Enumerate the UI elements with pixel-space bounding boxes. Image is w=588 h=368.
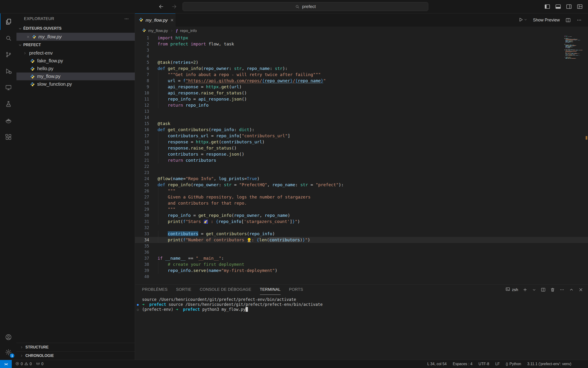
tree-item-slow_function.py[interactable]: slow_function.py xyxy=(17,80,135,88)
toggle-secondary-sidebar-button[interactable] xyxy=(566,4,572,10)
code-line-9[interactable]: 9 api_response = httpx.get(url) xyxy=(135,84,588,90)
section-structure[interactable]: STRUCTURE xyxy=(17,343,135,351)
activity-run-debug[interactable] xyxy=(0,63,17,79)
code-editor[interactable]: 1import httpx2from prefect import flow, … xyxy=(135,35,588,285)
tree-item-prefect-env[interactable]: prefect-env xyxy=(17,49,135,57)
ports-status[interactable]: 0 xyxy=(34,362,46,367)
code-line-35[interactable]: 35 xyxy=(135,243,588,249)
code-line-18[interactable]: 18 response = httpx.get(contributors_url… xyxy=(135,139,588,145)
back-button[interactable] xyxy=(158,4,164,10)
code-line-39[interactable]: 39 repo_info.serve(name="my-first-deploy… xyxy=(135,267,588,274)
language-mode[interactable]: {} Python xyxy=(504,362,523,366)
eol[interactable]: LF xyxy=(493,362,502,366)
code-line-16[interactable]: 16def get_contributors(repo_info: dict): xyxy=(135,127,588,133)
split-editor-button[interactable] xyxy=(565,18,571,23)
command-decoration-icon[interactable]: ● xyxy=(137,302,139,307)
code-line-32[interactable]: 32 xyxy=(135,225,588,231)
tree-item-my_flow.py[interactable]: my_flow.py xyxy=(17,73,135,80)
code-line-28[interactable]: 28 and contributors for that repo. xyxy=(135,200,588,206)
minimap[interactable] xyxy=(564,36,584,59)
terminal-profile-dropdown[interactable] xyxy=(532,288,536,292)
code-line-30[interactable]: 30 repo_info = get_repo_info(repo_owner,… xyxy=(135,212,588,219)
code-line-25[interactable]: 25def repo_info(repo_owner: str = "Prefe… xyxy=(135,182,588,188)
command-decoration-icon[interactable]: ○ xyxy=(137,307,139,312)
code-line-23[interactable]: 23 xyxy=(135,170,588,176)
code-line-17[interactable]: 17 contributors_url = repo_info["contrib… xyxy=(135,133,588,139)
command-center-search[interactable]: prefect xyxy=(183,2,428,11)
code-line-36[interactable]: 36 xyxy=(135,249,588,255)
code-line-11[interactable]: 11 repo_info = api_response.json() xyxy=(135,96,588,102)
python-interpreter[interactable]: 3.11.1 ('prefect-env': venv) xyxy=(525,362,573,366)
customize-layout-button[interactable] xyxy=(577,4,583,10)
code-line-26[interactable]: 26 """ xyxy=(135,188,588,194)
code-line-40[interactable]: 40 xyxy=(135,274,588,280)
toggle-sidebar-button[interactable] xyxy=(544,4,550,10)
section-chronologie[interactable]: CHRONOLOGIE xyxy=(17,351,135,360)
toggle-panel-button[interactable] xyxy=(555,4,561,10)
show-preview-button[interactable]: Show Preview xyxy=(533,18,560,23)
activity-account[interactable] xyxy=(0,330,17,345)
tab-close-button[interactable] xyxy=(170,18,174,22)
activity-search[interactable] xyxy=(0,30,17,46)
breadcrumb-symbol[interactable]: repo_info xyxy=(180,28,197,33)
code-line-22[interactable]: 22 xyxy=(135,163,588,170)
maximize-panel-button[interactable] xyxy=(569,287,574,292)
activity-explorer[interactable] xyxy=(0,13,17,30)
panel-tab-probl-mes[interactable]: PROBLÈMES xyxy=(142,285,168,295)
code-line-27[interactable]: 27 Given a GitHub repository, logs the n… xyxy=(135,194,588,200)
code-line-4[interactable]: 4 xyxy=(135,53,588,59)
remote-indicator[interactable]: >< xyxy=(0,360,12,368)
code-line-5[interactable]: 5@task(retries=2) xyxy=(135,59,588,65)
tree-item-hello.py[interactable]: hello.py xyxy=(17,65,135,73)
close-editor-button[interactable] xyxy=(26,35,30,39)
code-line-12[interactable]: 12 return repo_info xyxy=(135,102,588,108)
tab-my-flow-py[interactable]: my_flow.py xyxy=(135,13,176,27)
close-panel-button[interactable] xyxy=(578,287,583,292)
code-line-6[interactable]: 6def get_repo_info(repo_owner: str, repo… xyxy=(135,65,588,72)
panel-tab-ports[interactable]: PORTS xyxy=(289,285,303,295)
code-line-24[interactable]: 24@flow(name="Repo Info", log_prints=Tru… xyxy=(135,176,588,182)
tree-item-fake_flow.py[interactable]: fake_flow.py xyxy=(17,57,135,65)
panel-tab-terminal[interactable]: TERMINAL xyxy=(260,285,281,295)
code-line-2[interactable]: 2from prefect import flow, task xyxy=(135,41,588,47)
panel-tab-console-de-d-bogage[interactable]: CONSOLE DE DÉBOGAGE xyxy=(200,285,251,295)
activity-docker[interactable] xyxy=(0,112,17,129)
kill-terminal-button[interactable] xyxy=(550,287,555,292)
indentation[interactable]: Espaces : 4 xyxy=(451,362,475,366)
code-line-20[interactable]: 20 contributors = response.json() xyxy=(135,151,588,157)
open-editors-header[interactable]: ÉDITEURS OUVERTS xyxy=(17,24,135,33)
project-folder-header[interactable]: PREFECT xyxy=(17,41,135,49)
panel-tab-sortie[interactable]: SORTIE xyxy=(176,285,192,295)
code-line-3[interactable]: 3 xyxy=(135,47,588,53)
problems-status[interactable]: 0 0 xyxy=(13,362,34,367)
panel-more-actions-button[interactable] xyxy=(560,287,564,292)
code-line-31[interactable]: 31 print(f"Stars 🌠 : {repo_info['stargaz… xyxy=(135,219,588,225)
cursor-position[interactable]: L 34, col 54 xyxy=(425,362,449,366)
activity-remote-explorer[interactable] xyxy=(0,79,17,96)
new-terminal-button[interactable] xyxy=(523,287,527,292)
code-line-7[interactable]: 7 """Get info about a repo - will retry … xyxy=(135,72,588,78)
code-line-34[interactable]: 34 print(f"Number of contributors 👷: {le… xyxy=(135,237,588,243)
terminal[interactable]: source /Users/henricourdent/git/prefect/… xyxy=(135,295,588,360)
code-line-19[interactable]: 19 response.raise_for_status() xyxy=(135,145,588,151)
activity-settings[interactable]: 1 xyxy=(0,345,17,360)
explorer-more-actions-button[interactable] xyxy=(124,16,129,21)
code-line-8[interactable]: 8 url = f"https://api.github.com/repos/{… xyxy=(135,78,588,84)
forward-button[interactable] xyxy=(171,4,177,10)
open-editor-item[interactable]: my_flow.py xyxy=(17,33,135,41)
code-line-33[interactable]: 33 contributors = get_contributors(repo_… xyxy=(135,231,588,237)
code-line-14[interactable]: 14 xyxy=(135,114,588,120)
code-line-10[interactable]: 10 api_response.raise_for_status() xyxy=(135,90,588,96)
code-line-29[interactable]: 29 """ xyxy=(135,206,588,212)
breadcrumb-file[interactable]: my_flow.py xyxy=(148,28,168,33)
activity-testing[interactable] xyxy=(0,96,17,112)
code-line-15[interactable]: 15@task xyxy=(135,120,588,127)
code-line-13[interactable]: 13 xyxy=(135,108,588,114)
terminal-profile-item[interactable]: zsh xyxy=(505,287,518,293)
editor-more-actions-button[interactable] xyxy=(577,18,582,23)
code-line-37[interactable]: 37if __name__ == "__main__": xyxy=(135,255,588,261)
code-line-38[interactable]: 38 # create your first deployment xyxy=(135,261,588,267)
code-line-21[interactable]: 21 return contributors xyxy=(135,157,588,163)
activity-source-control[interactable] xyxy=(0,46,17,63)
encoding[interactable]: UTF-8 xyxy=(476,362,491,366)
